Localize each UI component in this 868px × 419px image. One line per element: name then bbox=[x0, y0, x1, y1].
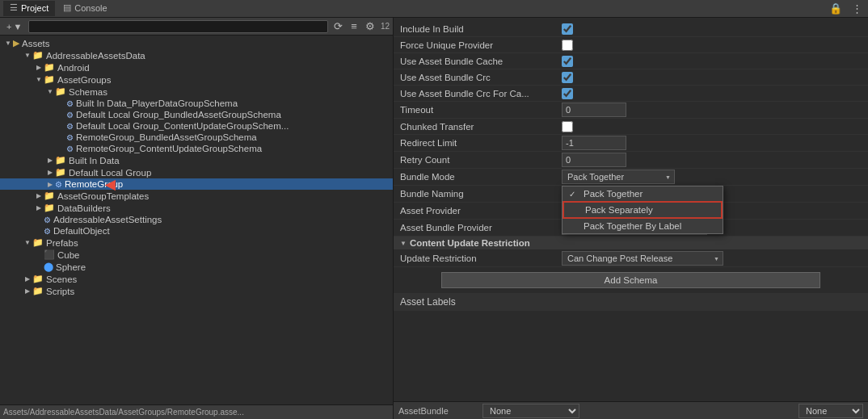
tree-item-remote-content-schema[interactable]: ⚙ RemoteGroup_ContentUpdateGroupSchema bbox=[0, 143, 393, 154]
tree-item-assetgroups[interactable]: ▼ 📁 AssetGroups bbox=[0, 73, 393, 86]
add-button[interactable]: + ▼ bbox=[3, 21, 25, 32]
prop-bundle-mode: Bundle Mode Pack Together ✓ Pack Togethe… bbox=[394, 169, 868, 186]
checkbox-use-asset-bundle-crc-ca[interactable] bbox=[562, 88, 573, 99]
tree-label-addressableasset: AddressableAssetSettings bbox=[53, 215, 393, 224]
layout-icon-btn[interactable]: ≡ bbox=[348, 19, 360, 33]
arrow-builtindata: ▶ bbox=[45, 157, 55, 164]
search2-icon-btn[interactable]: ⚙ bbox=[363, 19, 377, 33]
assetbundle-select2[interactable]: None bbox=[798, 404, 863, 418]
value-use-asset-bundle-crc-ca bbox=[562, 88, 862, 99]
tree-item-remotegroup[interactable]: ▶ ⚙ RemoteGroup ◀ bbox=[0, 178, 393, 190]
check-pack-together: ✓ bbox=[569, 190, 579, 199]
option-pack-together[interactable]: ✓ Pack Together bbox=[563, 186, 723, 201]
tree-item-assets[interactable]: ▼ ▶ Assets bbox=[0, 37, 393, 49]
input-retry-count[interactable] bbox=[562, 153, 626, 167]
project-tab-icon: ☰ bbox=[10, 2, 18, 13]
search-input[interactable] bbox=[28, 20, 328, 33]
add-dropdown-icon: ▼ bbox=[13, 22, 22, 31]
tree-item-scenes[interactable]: ▶ 📁 Scenes bbox=[0, 273, 393, 285]
tree-item-prefabs[interactable]: ▼ 📁 Prefabs bbox=[0, 237, 393, 249]
tree-item-schemas[interactable]: ▼ 📁 Schemas bbox=[0, 86, 393, 98]
prop-use-asset-bundle-crc: Use Asset Bundle Crc bbox=[394, 69, 868, 86]
checkbox-force-unique-provider[interactable] bbox=[562, 40, 573, 51]
content-update-section-header[interactable]: ▼ Content Update Restriction bbox=[394, 237, 868, 250]
file-count: 12 bbox=[381, 22, 390, 31]
label-include-in-build: Include In Build bbox=[400, 24, 562, 34]
tree-item-cube[interactable]: ⬛ Cube bbox=[0, 249, 393, 261]
tree-label-schemas: Schemas bbox=[69, 87, 393, 97]
tree-item-android[interactable]: ▶ 📁 Android bbox=[0, 61, 393, 73]
value-chunked-transfer bbox=[562, 121, 862, 132]
tab-console[interactable]: ▤ Console bbox=[57, 1, 113, 16]
bottom-bar: AssetBundle None None bbox=[394, 401, 868, 419]
tab-project[interactable]: ☰ Project bbox=[3, 1, 55, 16]
tree-view: ▼ ▶ Assets ▼ 📁 AddressableAssetsData ▶ 📁… bbox=[0, 36, 393, 404]
tree-item-defaultlocal-schema[interactable]: ⚙ Default Local Group_BundledAssetGroupS… bbox=[0, 109, 393, 120]
tree-label-cube: Cube bbox=[57, 250, 393, 260]
section-arrow-content-update: ▼ bbox=[400, 240, 407, 247]
assetbundle-select[interactable]: None bbox=[482, 404, 579, 418]
arrow-assetgrouptemplates: ▶ bbox=[34, 192, 44, 199]
schema-icon-2: ⚙ bbox=[66, 111, 74, 119]
tree-label-addressable: AddressableAssetsData bbox=[46, 51, 393, 61]
option-pack-together-by-label[interactable]: Pack Together By Label bbox=[563, 219, 723, 233]
tree-item-addressableasset[interactable]: ⚙ AddressableAssetSettings bbox=[0, 214, 393, 225]
tree-label-remote-content-schema: RemoteGroup_ContentUpdateGroupSchema bbox=[76, 144, 393, 153]
input-timeout[interactable] bbox=[562, 103, 626, 117]
prop-timeout: Timeout bbox=[394, 102, 868, 119]
tree-item-builtin-schema[interactable]: ⚙ Built In Data_PlayerDataGroupSchema bbox=[0, 98, 393, 109]
schema-icon-4: ⚙ bbox=[66, 133, 74, 142]
tab-console-label: Console bbox=[74, 3, 107, 13]
tree-label-assetgrouptemplates: AssetGroupTemplates bbox=[57, 191, 393, 201]
prop-force-unique-provider: Force Unique Provider bbox=[394, 37, 868, 53]
tree-label-remote-bundled-schema: RemoteGroup_BundledAssetGroupSchema bbox=[76, 132, 393, 142]
arrow-scenes: ▶ bbox=[23, 275, 32, 283]
inspector: Include In Build Force Unique Provider U… bbox=[394, 18, 868, 401]
project-toolbar: + ▼ ⟳ ≡ ⚙ 12 bbox=[0, 18, 393, 36]
update-restriction-dropdown[interactable]: Can Change Post Release bbox=[562, 251, 723, 266]
tree-item-scripts[interactable]: ▶ 📁 Scripts bbox=[0, 285, 393, 297]
tree-label-builtindata: Built In Data bbox=[69, 156, 393, 166]
folder-icon-assetgroups: 📁 bbox=[44, 74, 55, 85]
more-options-btn[interactable]: ⋮ bbox=[849, 2, 865, 15]
add-schema-button[interactable]: Add Schema bbox=[441, 272, 821, 288]
tree-item-builtindata[interactable]: ▶ 📁 Built In Data bbox=[0, 154, 393, 166]
folder-icon-assets: ▶ bbox=[13, 38, 19, 48]
asset-labels-section: Asset Labels bbox=[394, 293, 868, 311]
right-panel: Include In Build Force Unique Provider U… bbox=[394, 18, 868, 419]
arrow-remotegroup: ▶ bbox=[45, 181, 55, 188]
checkbox-include-in-build[interactable] bbox=[562, 23, 573, 35]
tree-item-assetgrouptemplates[interactable]: ▶ 📁 AssetGroupTemplates bbox=[0, 190, 393, 202]
label-timeout: Timeout bbox=[400, 105, 562, 115]
refresh-icon-btn[interactable]: ⟳ bbox=[331, 19, 345, 33]
label-asset-provider: Asset Provider bbox=[400, 206, 562, 216]
folder-icon-scenes: 📁 bbox=[32, 274, 44, 284]
prop-use-asset-bundle-crc-ca: Use Asset Bundle Crc For Ca... bbox=[394, 86, 868, 102]
sphere-icon: ⬤ bbox=[44, 262, 53, 272]
tree-item-remote-bundled-schema[interactable]: ⚙ RemoteGroup_BundledAssetGroupSchema bbox=[0, 132, 393, 143]
tree-item-defaultlocal-content-schema[interactable]: ⚙ Default Local Group_ContentUpdateGroup… bbox=[0, 120, 393, 132]
arrow-defaultlocalgroup: ▶ bbox=[45, 169, 55, 176]
tree-label-scenes: Scenes bbox=[46, 274, 393, 284]
bottom-assetbundle-label: AssetBundle bbox=[398, 406, 479, 416]
tree-label-builtin-schema: Built In Data_PlayerDataGroupSchema bbox=[76, 98, 393, 108]
add-icon: + bbox=[6, 22, 11, 31]
value-bundle-mode: Pack Together ✓ Pack Together Pack Separ… bbox=[562, 170, 862, 184]
checkbox-use-asset-bundle-cache[interactable] bbox=[562, 56, 573, 67]
checkbox-use-asset-bundle-crc[interactable] bbox=[562, 72, 573, 83]
prop-include-in-build: Include In Build bbox=[394, 21, 868, 37]
lock-icon-btn[interactable]: 🔒 bbox=[827, 2, 845, 15]
option-pack-separately[interactable]: Pack Separately bbox=[563, 201, 723, 219]
tree-item-defaultlocalgroup[interactable]: ▶ 📁 Default Local Group bbox=[0, 166, 393, 178]
value-redirect-limit bbox=[562, 136, 862, 150]
checkbox-chunked-transfer[interactable] bbox=[562, 121, 573, 132]
tree-item-addressable[interactable]: ▼ 📁 AddressableAssetsData bbox=[0, 49, 393, 61]
bundle-mode-dropdown[interactable]: Pack Together bbox=[562, 170, 675, 184]
tree-item-sphere[interactable]: ⬤ Sphere bbox=[0, 261, 393, 273]
input-redirect-limit[interactable] bbox=[562, 136, 626, 150]
value-use-asset-bundle-crc bbox=[562, 72, 862, 83]
tree-item-defaultobject[interactable]: ⚙ DefaultObject bbox=[0, 225, 393, 237]
prop-use-asset-bundle-cache: Use Asset Bundle Cache bbox=[394, 53, 868, 69]
label-use-asset-bundle-crc: Use Asset Bundle Crc bbox=[400, 73, 562, 82]
tree-item-databuilders[interactable]: ▶ 📁 DataBuilders bbox=[0, 202, 393, 214]
